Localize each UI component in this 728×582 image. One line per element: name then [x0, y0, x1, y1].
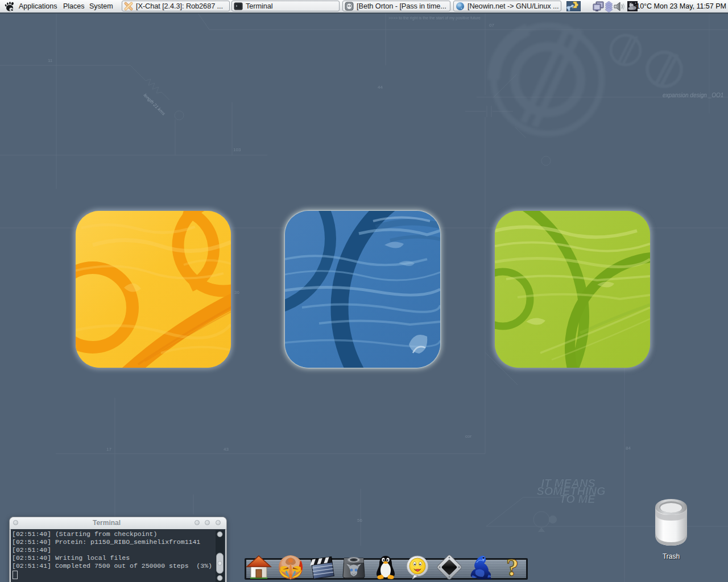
svg-text:>>>> to the right is the the s: >>>> to the right is the the start of my… [388, 16, 481, 20]
svg-text:length 21 kms: length 21 kms [143, 93, 167, 117]
svg-text:TO ME: TO ME [560, 493, 596, 505]
svg-text:36: 36 [234, 290, 239, 295]
svg-text:103: 103 [233, 147, 241, 152]
svg-text:17: 17 [106, 447, 111, 452]
svg-text:?: ? [506, 555, 519, 580]
svg-text:56: 56 [357, 518, 362, 523]
svg-text:44: 44 [378, 85, 383, 90]
svg-text:11: 11 [48, 58, 53, 63]
svg-text:84: 84 [626, 446, 631, 451]
svg-text:expansion design _OO1: expansion design _OO1 [663, 92, 723, 98]
svg-text:07: 07 [489, 23, 494, 28]
svg-text:cor: cor [465, 434, 471, 439]
svg-text:43: 43 [224, 447, 229, 452]
